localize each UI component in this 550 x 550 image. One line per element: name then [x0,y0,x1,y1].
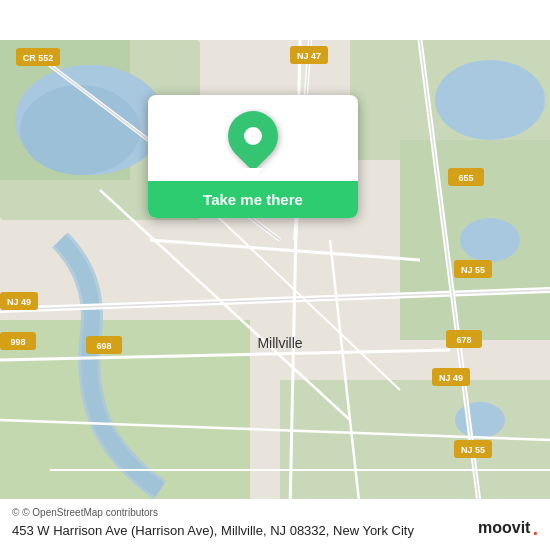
svg-text:698: 698 [96,341,111,351]
svg-text:678: 678 [456,335,471,345]
svg-point-11 [455,402,505,438]
bottom-info-bar: © © OpenStreetMap contributors 453 W Har… [0,499,550,550]
svg-point-4 [20,85,140,175]
copyright-symbol: © [12,507,19,518]
map-attribution: © © OpenStreetMap contributors [12,507,538,518]
pin-center-dot [244,127,262,145]
svg-text:Millville: Millville [257,335,302,351]
svg-point-10 [460,218,520,262]
svg-text:NJ 55: NJ 55 [461,265,485,275]
svg-point-7 [435,60,545,140]
svg-text:NJ 49: NJ 49 [7,297,31,307]
address-text: 453 W Harrison Ave (Harrison Ave), Millv… [12,522,538,540]
svg-text:NJ 47: NJ 47 [297,51,321,61]
map-container: CR 552 NJ 47 655 NJ 55 698 678 NJ 49 NJ … [0,0,550,550]
svg-rect-9 [280,380,550,510]
svg-text:CR 552: CR 552 [23,53,54,63]
svg-text:NJ 55: NJ 55 [461,445,485,455]
map-pin-icon [218,101,289,172]
location-popup: Take me there [148,95,358,218]
attribution-text: © OpenStreetMap contributors [22,507,158,518]
map-background: CR 552 NJ 47 655 NJ 55 698 678 NJ 49 NJ … [0,0,550,550]
svg-rect-8 [0,320,250,510]
moovit-dot-accent: . [532,518,538,538]
svg-text:655: 655 [458,173,473,183]
moovit-logo-text: moovit [478,519,530,537]
moovit-logo: moovit . [478,518,538,538]
svg-text:NJ 49: NJ 49 [439,373,463,383]
take-me-there-button[interactable]: Take me there [148,181,358,218]
svg-text:998: 998 [10,337,25,347]
pin-icon-wrapper [228,111,278,161]
